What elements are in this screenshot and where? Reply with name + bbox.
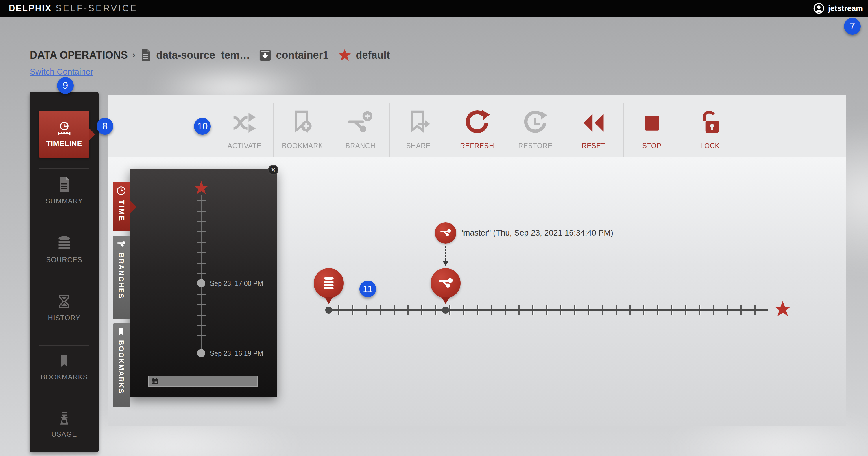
toolbar-button-reset[interactable]: RESET — [570, 101, 617, 150]
callout-badge-8: 8 — [97, 118, 113, 135]
annotation-connector-line — [445, 246, 446, 261]
popup-time-label-top: Sep 23, 17:00 PM — [210, 280, 263, 288]
app-root: DELPHIX SELF-SERVICE jetstream DATA OPER… — [0, 0, 868, 456]
breadcrumb-separator-icon: › — [132, 50, 135, 61]
document-icon — [57, 176, 72, 192]
top-bar: DELPHIX SELF-SERVICE jetstream — [0, 0, 868, 17]
popup-time-dot-top[interactable] — [197, 279, 205, 287]
sidebar-item-usage[interactable]: USAGE — [39, 411, 89, 438]
open-padlock-icon — [696, 109, 723, 136]
toolbar-button-label: STOP — [642, 141, 661, 150]
bookmark-icon — [117, 327, 125, 336]
toolbar-button-label: BOOKMARK — [282, 141, 323, 150]
popup-time-label-bottom: Sep 23, 16:19 PM — [210, 350, 263, 357]
clock-timeline-icon — [57, 121, 72, 136]
sidebar-item-summary[interactable]: SUMMARY — [39, 176, 89, 205]
toolbar-button-label: RESET — [582, 141, 606, 150]
sidebar-item-bookmarks[interactable]: BOOKMARKS — [39, 353, 89, 381]
calendar-icon — [151, 378, 158, 385]
sidebar-divider — [39, 286, 89, 286]
user-avatar-icon — [813, 3, 825, 14]
toolbar-button-lock[interactable]: LOCK — [687, 101, 733, 150]
brand-primary: DELPHIX — [9, 3, 52, 13]
timeline-branch-dot[interactable] — [442, 306, 449, 314]
master-branch-node[interactable] — [435, 222, 456, 243]
breadcrumb-root[interactable]: DATA OPERATIONS — [30, 49, 128, 61]
branch-plus-icon — [347, 109, 374, 136]
callout-badge-10: 10 — [194, 118, 211, 135]
stop-square-icon — [639, 109, 665, 136]
timeline-popup: ✕ TIME BRANCHES — [129, 169, 277, 397]
master-branch-annotation: "master" (Thu, Sep 23, 2021 16:34:40 PM) — [460, 228, 613, 237]
main-timeline-line[interactable] — [329, 310, 768, 311]
toolbar-button-label: BRANCH — [345, 141, 375, 150]
toolbar-divider — [273, 103, 274, 158]
restore-clock-icon — [522, 109, 549, 136]
sidebar-divider — [39, 227, 89, 227]
bookmark-icon — [57, 353, 71, 368]
branch-icon — [439, 227, 452, 239]
branch-icon — [437, 275, 454, 291]
hourglass-icon — [57, 294, 72, 309]
container-box-icon — [259, 49, 271, 61]
username-label: jetstream — [828, 4, 863, 13]
branch-star-icon — [338, 49, 351, 62]
database-icon — [321, 276, 336, 290]
branch-icon — [117, 239, 126, 249]
toolbar-button-activate[interactable]: ACTIVATE — [221, 101, 268, 150]
annotation-arrow-icon — [443, 261, 448, 266]
toolbar-divider — [390, 103, 390, 158]
sidebar-item-sources[interactable]: SOURCES — [39, 235, 89, 264]
popup-tab-label: BOOKMARKS — [117, 340, 125, 394]
toolbar-divider — [623, 103, 624, 158]
sidebar-item-label: HISTORY — [48, 314, 81, 322]
toolbar-divider — [447, 103, 448, 158]
rewind-icon — [580, 109, 607, 136]
popup-star-icon[interactable] — [194, 181, 209, 196]
template-document-icon — [140, 48, 152, 62]
timeline-end-star-icon[interactable] — [774, 300, 792, 319]
breadcrumb-container[interactable]: container1 — [276, 49, 329, 61]
switch-container-link[interactable]: Switch Container — [30, 67, 93, 76]
refresh-icon — [464, 109, 490, 136]
sidebar-divider — [39, 168, 89, 169]
user-menu[interactable]: jetstream — [813, 0, 863, 17]
popup-tab-time[interactable]: TIME — [113, 182, 129, 231]
callout-badge-11: 11 — [360, 281, 376, 297]
brand-logo: DELPHIX SELF-SERVICE — [9, 0, 137, 17]
popup-tab-label: BRANCHES — [117, 253, 125, 299]
toolbar-button-share[interactable]: SHARE — [395, 101, 441, 150]
toolbar-button-refresh[interactable]: REFRESH — [454, 101, 500, 150]
breadcrumb-template[interactable]: data-source_tem… — [156, 49, 250, 61]
brand-secondary: SELF-SERVICE — [56, 3, 137, 13]
sidebar-item-label: BOOKMARKS — [40, 373, 88, 381]
date-picker-input[interactable] — [148, 376, 258, 387]
toolbar-button-stop[interactable]: STOP — [628, 101, 675, 150]
popup-tab-branches[interactable]: BRANCHES — [113, 235, 129, 319]
sidebar-item-label: USAGE — [51, 430, 77, 438]
timeline-origin-dot[interactable] — [325, 306, 332, 314]
toolbar-button-branch[interactable]: BRANCH — [337, 101, 383, 150]
sidebar-item-history[interactable]: HISTORY — [39, 294, 89, 322]
branch-marker-balloon[interactable] — [431, 268, 461, 298]
database-icon — [56, 235, 72, 251]
popup-timeline-line[interactable] — [201, 195, 202, 353]
source-marker-balloon[interactable] — [314, 268, 344, 298]
toolbar-button-label: ACTIVATE — [227, 141, 261, 150]
toolbar-button-bookmark[interactable]: BOOKMARK — [279, 101, 326, 150]
bookmark-arrow-icon — [405, 109, 432, 136]
popup-time-dot-bottom[interactable] — [197, 349, 205, 357]
popup-tab-bookmarks[interactable]: BOOKMARKS — [113, 323, 129, 407]
close-icon[interactable]: ✕ — [268, 165, 278, 175]
bookmark-plus-icon — [289, 109, 316, 136]
toolbar-button-label: REFRESH — [460, 141, 494, 150]
toolbar-button-label: SHARE — [406, 141, 431, 150]
callout-badge-9: 9 — [57, 77, 74, 94]
popup-tab-label: TIME — [117, 200, 126, 222]
breadcrumb-branch[interactable]: default — [356, 49, 390, 61]
toolbar-button-restore[interactable]: RESTORE — [512, 101, 558, 150]
sidebar-item-timeline[interactable]: TIMELINE — [39, 111, 89, 158]
breadcrumb: DATA OPERATIONS › data-source_tem… conta… — [30, 48, 390, 62]
scale-icon — [57, 411, 71, 426]
shuffle-icon — [231, 109, 258, 136]
